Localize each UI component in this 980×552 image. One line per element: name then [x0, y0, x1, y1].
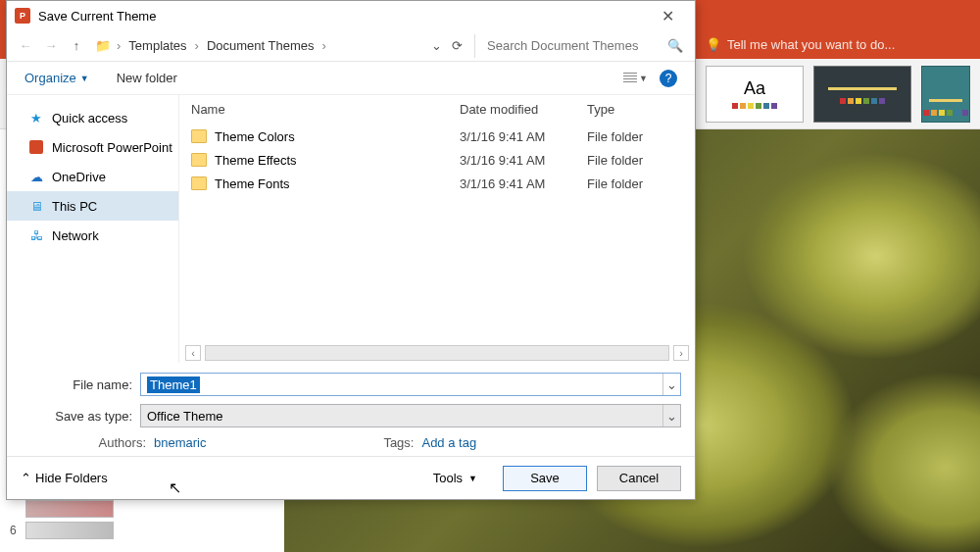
- cloud-icon: ☁: [28, 169, 44, 184]
- dialog-fields: File name: Theme1 ⌄ Save as type: Office…: [7, 363, 695, 456]
- col-date[interactable]: Date modified: [460, 102, 587, 117]
- variant-label: Aa: [744, 78, 765, 99]
- chevron-down-icon[interactable]: ⌄: [662, 374, 680, 395]
- tree-label: This PC: [52, 199, 97, 214]
- filename-value: Theme1: [147, 376, 200, 393]
- tree-powerpoint[interactable]: Microsoft PowerPoint: [7, 132, 178, 162]
- tree-label: Network: [52, 228, 99, 243]
- savetype-select[interactable]: Office Theme ⌄: [140, 404, 681, 427]
- dialog-footer: ⌃Hide Folders Tools▼ Save Cancel: [7, 456, 695, 499]
- hide-folders-button[interactable]: ⌃Hide Folders: [21, 471, 108, 485]
- folder-icon: [191, 153, 207, 167]
- save-theme-dialog: P Save Current Theme ✕ ← → ↑ 📁 › Templat…: [6, 0, 696, 500]
- row-name: Theme Colors: [215, 129, 460, 144]
- nav-tree: ★Quick access Microsoft PowerPoint ☁OneD…: [7, 95, 179, 363]
- scroll-track[interactable]: [205, 345, 669, 361]
- tags-value[interactable]: Add a tag: [421, 435, 476, 450]
- variant-dark[interactable]: [813, 66, 911, 123]
- row-date: 3/1/16 9:41 AM: [460, 129, 587, 144]
- monitor-icon: 🖥: [28, 198, 44, 214]
- variant-teal[interactable]: [921, 66, 970, 123]
- crumb-document-themes[interactable]: Document Themes: [203, 36, 318, 55]
- lightbulb-icon: 💡: [706, 37, 721, 52]
- list-header: Name Date modified Type: [179, 95, 695, 125]
- slide-thumbnails: 6: [0, 500, 235, 543]
- dialog-titlebar: P Save Current Theme ✕: [7, 1, 695, 30]
- row-date: 3/1/16 9:41 AM: [460, 176, 587, 191]
- row-type: File folder: [587, 153, 643, 168]
- tree-network[interactable]: 🖧Network: [7, 221, 178, 250]
- chevron-up-icon: ⌃: [21, 471, 31, 485]
- authors-value[interactable]: bnemaric: [154, 435, 206, 450]
- crumb-templates[interactable]: Templates: [124, 36, 190, 55]
- slide-number-6: 6: [10, 524, 20, 537]
- network-icon: 🖧: [28, 227, 44, 243]
- savetype-value: Office Theme: [141, 409, 662, 424]
- star-icon: ★: [28, 110, 44, 125]
- view-menu[interactable]: ▼: [623, 73, 648, 84]
- powerpoint-icon: [28, 139, 44, 155]
- search-icon[interactable]: 🔍: [667, 38, 683, 53]
- tags-label: Tags:: [378, 435, 414, 450]
- tree-label: OneDrive: [52, 170, 106, 184]
- list-item[interactable]: Theme Effects3/1/16 9:41 AMFile folder: [179, 148, 695, 172]
- col-type[interactable]: Type: [587, 102, 695, 117]
- scroll-right-icon[interactable]: ›: [673, 345, 689, 361]
- new-folder-button[interactable]: New folder: [117, 71, 177, 85]
- breadcrumb[interactable]: Templates › Document Themes ›: [124, 36, 421, 55]
- nav-forward-button[interactable]: →: [40, 38, 62, 53]
- folder-icon: [191, 176, 207, 190]
- tree-label: Microsoft PowerPoint: [52, 140, 172, 155]
- file-list: Name Date modified Type Theme Colors3/1/…: [179, 95, 695, 363]
- tell-me-search[interactable]: Tell me what you want to do...: [727, 37, 895, 52]
- refresh-button[interactable]: ⟳: [452, 38, 463, 53]
- row-date: 3/1/16 9:41 AM: [460, 153, 587, 168]
- savetype-label: Save as type:: [21, 409, 140, 424]
- scroll-left-icon[interactable]: ‹: [185, 345, 201, 361]
- row-type: File folder: [587, 176, 643, 191]
- dialog-toolbar: Organize▼ New folder ▼ ?: [7, 62, 695, 95]
- cancel-button[interactable]: Cancel: [597, 466, 681, 491]
- chevron-down-icon[interactable]: ⌄: [662, 405, 680, 427]
- filename-label: File name:: [21, 377, 140, 392]
- tools-menu[interactable]: Tools▼: [433, 471, 477, 485]
- tree-label: Quick access: [52, 111, 127, 125]
- filename-input[interactable]: Theme1 ⌄: [140, 373, 681, 396]
- thumbnail[interactable]: [25, 500, 114, 518]
- horizontal-scrollbar[interactable]: ‹ ›: [179, 343, 695, 363]
- organize-menu[interactable]: Organize▼: [24, 71, 89, 85]
- variant-light[interactable]: Aa: [706, 66, 804, 123]
- row-name: Theme Fonts: [215, 176, 460, 191]
- help-button[interactable]: ?: [660, 70, 677, 87]
- folder-icon: [191, 129, 207, 143]
- nav-up-button[interactable]: ↑: [66, 38, 87, 53]
- path-dropdown-icon[interactable]: ⌄: [431, 38, 442, 53]
- nav-back-button[interactable]: ←: [15, 38, 36, 53]
- tree-onedrive[interactable]: ☁OneDrive: [7, 162, 178, 191]
- close-button[interactable]: ✕: [648, 7, 687, 25]
- thumbnail[interactable]: [25, 522, 114, 539]
- col-name[interactable]: Name: [191, 102, 460, 117]
- list-item[interactable]: Theme Colors3/1/16 9:41 AMFile folder: [179, 125, 695, 148]
- dialog-title: Save Current Theme: [38, 9, 648, 24]
- row-type: File folder: [587, 129, 643, 144]
- search-input[interactable]: [481, 34, 687, 58]
- powerpoint-icon: P: [15, 8, 30, 24]
- list-item[interactable]: Theme Fonts3/1/16 9:41 AMFile folder: [179, 172, 695, 195]
- folder-icon: 📁: [95, 38, 111, 53]
- authors-label: Authors:: [91, 435, 146, 450]
- row-name: Theme Effects: [215, 153, 460, 168]
- dialog-nav: ← → ↑ 📁 › Templates › Document Themes › …: [7, 30, 695, 62]
- tree-this-pc[interactable]: 🖥This PC: [7, 191, 178, 221]
- save-button[interactable]: Save: [503, 466, 587, 491]
- tree-quick-access[interactable]: ★Quick access: [7, 103, 178, 132]
